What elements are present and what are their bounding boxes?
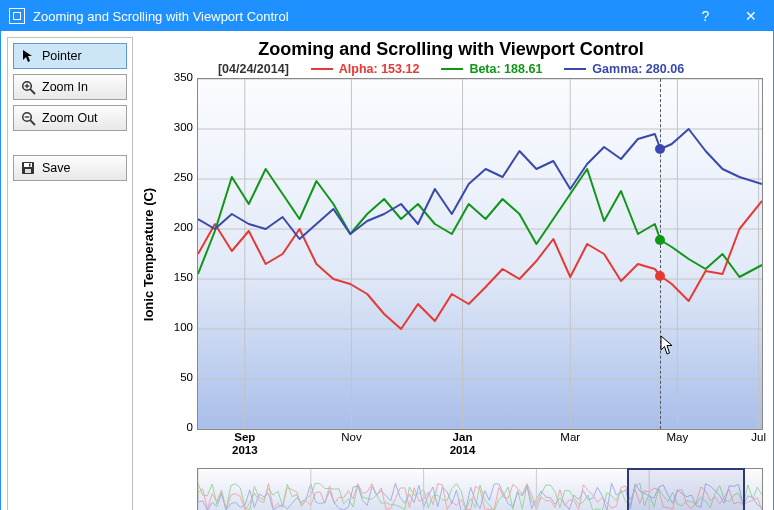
- legend-alpha: Alpha: 153.12: [339, 62, 420, 76]
- cursor-date: [04/24/2014]: [218, 62, 289, 76]
- x-tick-labels: Sep2013NovJan2014MarMayJul: [198, 431, 762, 463]
- beta-marker: [655, 235, 665, 245]
- toolbox-panel: Pointer Zoom In Zoom Out Save: [7, 37, 133, 510]
- zoom-out-label: Zoom Out: [42, 111, 98, 125]
- svg-rect-9: [25, 169, 31, 173]
- save-button[interactable]: Save: [13, 155, 127, 181]
- chart-title: Zooming and Scrolling with Viewport Cont…: [139, 39, 763, 60]
- pointer-icon: [20, 48, 36, 64]
- y-tick-labels: 050100150200250300350: [159, 78, 197, 430]
- help-button[interactable]: ?: [683, 1, 728, 31]
- save-label: Save: [42, 161, 71, 175]
- zoom-in-button[interactable]: Zoom In: [13, 74, 127, 100]
- save-icon: [20, 160, 36, 176]
- pointer-button[interactable]: Pointer: [13, 43, 127, 69]
- window-title: Zooming and Scrolling with Viewport Cont…: [33, 9, 683, 24]
- main-plot[interactable]: Sep2013NovJan2014MarMayJul: [197, 78, 763, 430]
- viewport-control[interactable]: 20102011201220132014: [197, 468, 763, 510]
- alpha-swatch: [311, 68, 333, 70]
- pointer-label: Pointer: [42, 49, 82, 63]
- alpha-marker: [655, 271, 665, 281]
- chart-area: Zooming and Scrolling with Viewport Cont…: [139, 31, 773, 510]
- chart-legend: [04/24/2014] Alpha: 153.12 Beta: 188.61 …: [139, 62, 763, 76]
- app-icon: [9, 8, 25, 24]
- close-button[interactable]: ✕: [728, 1, 773, 31]
- plot-svg: [198, 79, 762, 429]
- svg-line-5: [30, 120, 35, 125]
- svg-rect-8: [24, 163, 32, 167]
- y-axis-label: Ionic Temperature (C): [139, 78, 159, 430]
- legend-beta: Beta: 188.61: [469, 62, 542, 76]
- legend-gamma: Gamma: 280.06: [592, 62, 684, 76]
- zoom-in-icon: [20, 79, 36, 95]
- zoom-in-label: Zoom In: [42, 80, 88, 94]
- svg-rect-10: [29, 164, 31, 167]
- titlebar[interactable]: Zooming and Scrolling with Viewport Cont…: [1, 1, 773, 31]
- svg-line-1: [30, 89, 35, 94]
- mouse-cursor-icon: [660, 335, 674, 355]
- zoom-out-icon: [20, 110, 36, 126]
- gamma-swatch: [564, 68, 586, 70]
- viewport-selection[interactable]: [627, 468, 745, 510]
- cursor-line: [660, 79, 661, 429]
- gamma-marker: [655, 144, 665, 154]
- zoom-out-button[interactable]: Zoom Out: [13, 105, 127, 131]
- beta-swatch: [441, 68, 463, 70]
